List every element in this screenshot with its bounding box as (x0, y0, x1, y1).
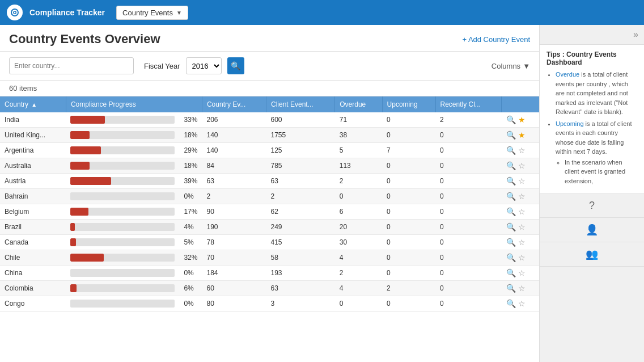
table-row: India33%2066007102🔍★ (0, 112, 539, 128)
star-icon[interactable]: ☆ (518, 176, 526, 186)
progress-bar-bg (70, 146, 175, 154)
zoom-icon[interactable]: 🔍 (506, 207, 516, 216)
progress-bar-bg (70, 177, 175, 185)
cell-country-ev: 140 (202, 143, 266, 158)
table-row: Canada5%784153000🔍☆ (0, 235, 539, 250)
zoom-icon[interactable]: 🔍 (506, 161, 516, 170)
page-title: Country Events Overview (9, 32, 160, 47)
cell-progress (66, 250, 179, 266)
zoom-icon[interactable]: 🔍 (506, 131, 516, 140)
cell-overdue: 4 (335, 250, 382, 266)
star-icon[interactable]: ☆ (518, 207, 526, 216)
cell-overdue: 38 (335, 128, 382, 143)
progress-cell (70, 146, 175, 154)
search-button[interactable]: 🔍 (227, 57, 244, 74)
fiscal-year-select[interactable]: 2016 2015 2017 2018 (186, 57, 222, 74)
zoom-icon[interactable]: 🔍 (506, 222, 516, 231)
cell-actions: 🔍☆ (502, 235, 539, 250)
cell-country: Belgium (0, 204, 66, 220)
star-icon[interactable]: ☆ (518, 253, 526, 262)
cell-upcoming: 0 (382, 220, 435, 235)
star-icon[interactable]: ☆ (518, 222, 526, 231)
sidebar-bottom-icons: ? 👤 👥 (540, 194, 644, 267)
zoom-icon[interactable]: 🔍 (506, 268, 516, 277)
cell-overdue: 2 (335, 174, 382, 189)
tips-item-overdue: Overdue is a total of client events per … (556, 70, 637, 117)
action-icons: 🔍☆ (506, 176, 535, 186)
cell-upcoming: 2 (382, 281, 435, 296)
star-icon[interactable]: ★ (518, 131, 526, 140)
cell-progress (66, 143, 179, 158)
cell-upcoming: 0 (382, 266, 435, 281)
progress-bar-fill (70, 131, 89, 139)
group-icon-button[interactable]: 👥 (540, 242, 644, 267)
zoom-icon[interactable]: 🔍 (506, 176, 516, 186)
cell-country-ev: 63 (202, 174, 266, 189)
cell-actions: 🔍☆ (502, 296, 539, 312)
add-country-event-button[interactable]: + Add Country Event (462, 35, 530, 44)
cell-pct: 32% (179, 250, 202, 266)
progress-bar-fill (70, 284, 77, 292)
star-icon[interactable]: ☆ (518, 192, 526, 201)
help-icon-button[interactable]: ? (540, 194, 644, 218)
progress-cell (70, 223, 175, 231)
user-icon-button[interactable]: 👤 (540, 218, 644, 242)
zoom-icon[interactable]: 🔍 (506, 284, 516, 293)
nav-dropdown[interactable]: Country Events ▼ (116, 6, 188, 20)
cell-country-ev: 84 (202, 158, 266, 174)
cell-pct: 18% (179, 158, 202, 174)
col-country-ev[interactable]: Country Ev... (202, 96, 266, 112)
cell-country: United King... (0, 128, 66, 143)
search-icon: 🔍 (231, 61, 240, 70)
cell-progress (66, 112, 179, 128)
search-input[interactable] (9, 57, 134, 74)
cell-client-ev: 785 (266, 158, 334, 174)
zoom-icon[interactable]: 🔍 (506, 299, 516, 308)
cell-pct: 29% (179, 143, 202, 158)
cell-actions: 🔍☆ (502, 189, 539, 204)
zoom-icon[interactable]: 🔍 (506, 115, 516, 124)
cell-client-ev: 125 (266, 143, 334, 158)
progress-cell (70, 192, 175, 200)
col-overdue[interactable]: Overdue (335, 96, 382, 112)
col-client-ev[interactable]: Client Event... (266, 96, 334, 112)
col-compliance[interactable]: Compliance Progress (66, 96, 202, 112)
cell-progress (66, 189, 179, 204)
zoom-icon[interactable]: 🔍 (506, 192, 516, 201)
table-wrapper: Country ▲ Compliance Progress Country Ev… (0, 96, 539, 362)
cell-country-ev: 140 (202, 128, 266, 143)
overdue-link[interactable]: Overdue (556, 71, 579, 78)
star-icon[interactable]: ☆ (518, 146, 526, 155)
cell-pct: 0% (179, 296, 202, 312)
cell-pct: 17% (179, 204, 202, 220)
action-icons: 🔍☆ (506, 161, 535, 170)
columns-button[interactable]: Columns ▼ (492, 62, 530, 70)
zoom-icon[interactable]: 🔍 (506, 253, 516, 262)
cell-pct: 33% (179, 112, 202, 128)
cell-country-ev: 184 (202, 266, 266, 281)
action-icons: 🔍☆ (506, 299, 535, 308)
sidebar-collapse-button[interactable]: » (540, 25, 644, 45)
star-icon[interactable]: ☆ (518, 268, 526, 277)
progress-cell (70, 162, 175, 170)
table-row: Brazil4%1902492000🔍☆ (0, 220, 539, 235)
col-recently[interactable]: Recently Cl... (435, 96, 502, 112)
star-icon[interactable]: ☆ (518, 299, 526, 308)
cell-recently: 0 (435, 158, 502, 174)
sidebar: » Tips : Country Events Dashboard Overdu… (539, 25, 644, 362)
star-icon[interactable]: ☆ (518, 161, 526, 170)
star-icon[interactable]: ☆ (518, 284, 526, 293)
tips-sublist: In the scenario when client event is gra… (556, 158, 637, 186)
upcoming-link[interactable]: Upcoming (556, 120, 584, 127)
zoom-icon[interactable]: 🔍 (506, 146, 516, 155)
cell-progress (66, 128, 179, 143)
zoom-icon[interactable]: 🔍 (506, 238, 516, 247)
col-country[interactable]: Country ▲ (0, 96, 66, 112)
star-icon[interactable]: ★ (518, 115, 526, 124)
col-upcoming[interactable]: Upcoming (382, 96, 435, 112)
star-icon[interactable]: ☆ (518, 238, 526, 247)
cell-client-ev: 62 (266, 204, 334, 220)
table-row: Chile32%7058400🔍☆ (0, 250, 539, 266)
cell-overdue: 6 (335, 204, 382, 220)
cell-recently: 0 (435, 189, 502, 204)
